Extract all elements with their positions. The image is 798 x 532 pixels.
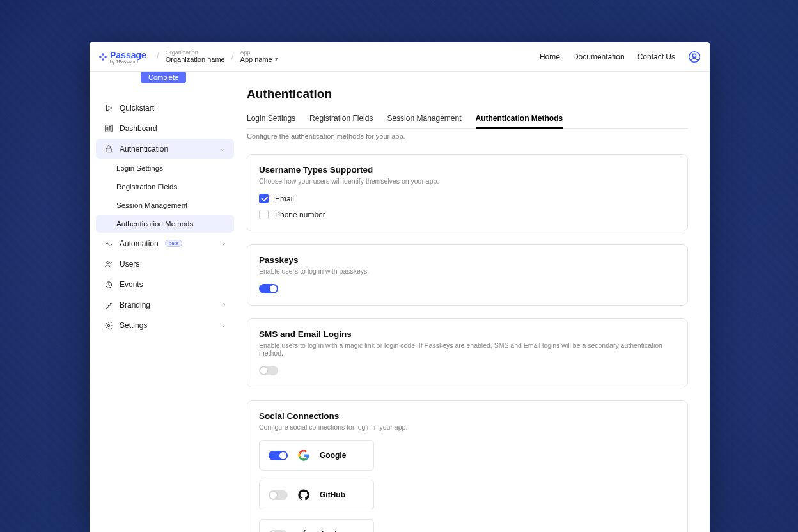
svg-rect-9	[109, 126, 111, 130]
clock-icon	[104, 279, 113, 289]
sidebar-item-dashboard[interactable]: Dashboard	[96, 118, 234, 138]
svg-point-14	[107, 324, 110, 327]
sidebar-item-quickstart[interactable]: Quickstart	[96, 98, 234, 118]
checkbox-email[interactable]	[259, 194, 269, 203]
checkbox-label: Email	[275, 194, 294, 203]
sidebar-label: Branding	[120, 301, 150, 309]
checkbox-row-email[interactable]: Email	[259, 194, 676, 203]
sidebar-item-authentication[interactable]: Authentication ⌄	[96, 139, 234, 159]
app-name: App name	[240, 56, 272, 63]
svg-rect-8	[107, 127, 108, 130]
card-description: Choose how your users will identify them…	[259, 177, 676, 185]
social-row-google[interactable]: Google	[259, 440, 374, 471]
brand-name: Passage	[110, 50, 146, 60]
sidebar-item-events[interactable]: Events	[96, 274, 234, 294]
card-social-connections: Social Connections Configure social conn…	[247, 400, 688, 532]
brush-icon	[104, 300, 113, 309]
automation-icon	[104, 239, 113, 248]
github-icon	[298, 489, 309, 501]
card-sms-email: SMS and Email Logins Enable users to log…	[247, 318, 688, 387]
svg-marker-6	[106, 105, 111, 111]
gear-icon	[104, 320, 113, 330]
tab-session-management[interactable]: Session Management	[387, 114, 461, 128]
brand-byline: by 1Password	[110, 59, 146, 64]
main-content: Authentication Login Settings Registrati…	[240, 72, 710, 532]
breadcrumb: / Organization Organization name / App A…	[157, 50, 278, 64]
chevron-down-icon[interactable]: ▾	[275, 56, 278, 63]
card-title: Social Connections	[259, 411, 676, 421]
topbar: Passage by 1Password / Organization Orga…	[90, 42, 710, 72]
sidebar-label: Authentication Methods	[116, 220, 193, 228]
sidebar-item-login-settings[interactable]: Login Settings	[96, 159, 234, 177]
checkbox-row-phone[interactable]: Phone number	[259, 210, 676, 219]
svg-point-2	[104, 56, 107, 58]
topbar-right: Home Documentation Contact Us	[540, 51, 701, 63]
tab-authentication-methods[interactable]: Authentication Methods	[476, 114, 563, 129]
toggle-passkeys[interactable]	[259, 284, 278, 293]
card-title: Passkeys	[259, 255, 676, 265]
apple-icon	[298, 529, 309, 532]
card-username-types: Username Types Supported Choose how your…	[247, 154, 688, 231]
sidebar-label: Registration Fields	[116, 183, 177, 191]
toggle-google[interactable]	[269, 451, 288, 460]
svg-rect-10	[106, 148, 111, 152]
sidebar-item-users[interactable]: Users	[96, 254, 234, 274]
sidebar-label: Login Settings	[116, 164, 163, 172]
toggle-sms-email[interactable]	[259, 366, 278, 375]
svg-rect-7	[105, 125, 112, 132]
sidebar-item-authentication-methods[interactable]: Authentication Methods	[96, 215, 234, 233]
nav-home[interactable]: Home	[540, 52, 560, 61]
checkbox-phone[interactable]	[259, 210, 269, 219]
nav-documentation[interactable]: Documentation	[573, 52, 625, 61]
sidebar-label: Users	[120, 260, 139, 269]
breadcrumb-sep: /	[231, 51, 234, 61]
chevron-down-icon: ⌄	[220, 145, 225, 152]
chevron-right-icon: ›	[223, 322, 225, 329]
app-window: Passage by 1Password / Organization Orga…	[90, 42, 710, 532]
dashboard-icon	[104, 123, 113, 133]
toggle-apple[interactable]	[269, 530, 288, 533]
chevron-right-icon: ›	[223, 301, 225, 308]
card-passkeys: Passkeys Enable users to log in with pas…	[247, 244, 688, 306]
sidebar-item-registration-fields[interactable]: Registration Fields	[96, 178, 234, 196]
checkbox-label: Phone number	[275, 210, 325, 219]
svg-point-1	[99, 56, 102, 58]
card-title: SMS and Email Logins	[259, 329, 676, 339]
sidebar-item-session-management[interactable]: Session Management	[96, 196, 234, 214]
card-title: Username Types Supported	[259, 165, 676, 175]
org-name: Organization name	[166, 56, 225, 63]
play-icon	[104, 103, 113, 113]
card-description: Configure social connections for login i…	[259, 423, 676, 431]
social-row-github[interactable]: GitHub	[259, 480, 374, 510]
breadcrumb-sep: /	[157, 51, 159, 61]
sidebar: Quickstart Dashboard Authentication ⌄ Lo…	[90, 72, 240, 532]
sidebar-label: Quickstart	[120, 104, 154, 113]
toggle-github[interactable]	[269, 490, 288, 500]
page-title: Authentication	[247, 87, 688, 101]
sidebar-item-automation[interactable]: Automation beta ›	[96, 233, 234, 253]
passage-logo-icon	[98, 52, 107, 61]
nav-contact[interactable]: Contact Us	[638, 52, 675, 61]
svg-point-11	[106, 261, 109, 263]
org-caption: Organization	[166, 50, 225, 56]
app-caption: App	[240, 50, 278, 56]
account-icon[interactable]	[688, 51, 701, 63]
sidebar-item-branding[interactable]: Branding ›	[96, 295, 234, 315]
status-badge: Complete	[141, 72, 186, 83]
breadcrumb-app[interactable]: App App name ▾	[240, 50, 278, 64]
beta-badge: beta	[165, 240, 183, 247]
sidebar-auth-submenu: Login Settings Registration Fields Sessi…	[90, 159, 240, 233]
sidebar-label: Settings	[120, 321, 147, 330]
sidebar-item-settings[interactable]: Settings ›	[96, 315, 234, 335]
tab-login-settings[interactable]: Login Settings	[247, 114, 295, 128]
breadcrumb-organization[interactable]: Organization Organization name	[166, 50, 225, 64]
brand-logo[interactable]: Passage by 1Password	[98, 50, 146, 64]
svg-point-0	[102, 53, 104, 56]
sidebar-label: Automation	[120, 239, 159, 248]
chevron-right-icon: ›	[223, 240, 225, 247]
google-icon	[298, 450, 309, 461]
tab-registration-fields[interactable]: Registration Fields	[309, 114, 373, 128]
social-label: Google	[320, 451, 346, 460]
social-label: GitHub	[320, 490, 345, 499]
social-row-apple[interactable]: Apple	[259, 519, 374, 532]
